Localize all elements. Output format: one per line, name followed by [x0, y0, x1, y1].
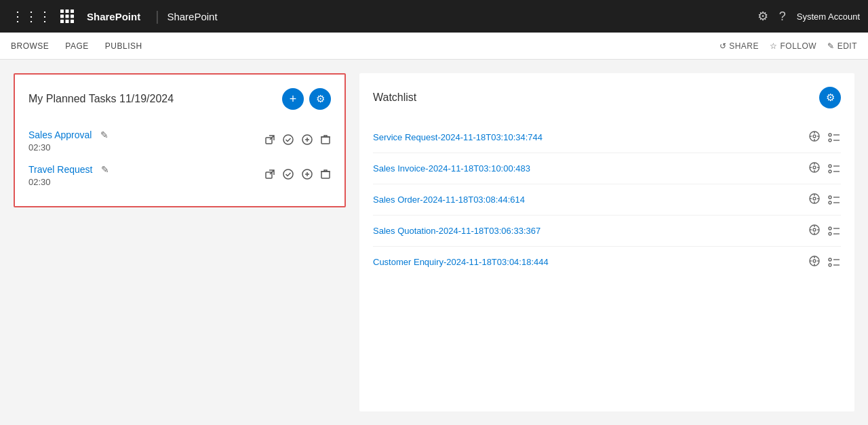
task-info: Sales Approval ✎ 02:30 [28, 129, 259, 153]
edit-label: EDIT [837, 41, 857, 51]
toolbar: BROWSE PAGE PUBLISH ↺ SHARE ☆ FOLLOW ✎ E… [0, 33, 868, 60]
watchlist-settings-button[interactable]: ⚙ [819, 87, 841, 108]
external-link-icon[interactable] [264, 169, 275, 182]
watchlist-menu-icon[interactable] [827, 257, 841, 268]
watchlist-pin-icon[interactable] [808, 255, 821, 269]
app-launcher-icon[interactable] [60, 9, 75, 24]
toolbar-browse[interactable]: BROWSE [11, 41, 49, 51]
svg-rect-0 [60, 9, 64, 13]
task-widget: My Planned Tasks 11/19/2024 + ⚙ Sales Ap… [14, 73, 346, 207]
task-time: 02:30 [28, 142, 259, 153]
checkmark-icon[interactable] [282, 168, 294, 183]
watchlist-header: Watchlist ⚙ [373, 87, 841, 108]
share-button[interactable]: ↺ SHARE [719, 41, 759, 51]
svg-point-45 [829, 201, 831, 204]
watchlist-pin-icon[interactable] [808, 161, 821, 176]
watchlist-title: Watchlist [373, 92, 416, 104]
watchlist-pin-icon[interactable] [808, 130, 821, 144]
follow-label: FOLLOW [780, 41, 816, 51]
svg-rect-12 [321, 137, 330, 144]
widget-header: My Planned Tasks 11/19/2024 + ⚙ [28, 88, 331, 110]
brand-name[interactable]: SharePoint [80, 11, 147, 22]
watchlist-item-actions [808, 255, 841, 269]
add-circle-icon[interactable] [301, 168, 313, 183]
help-icon[interactable]: ? [779, 9, 786, 24]
task-name-link[interactable]: Travel Request [28, 164, 92, 175]
svg-rect-5 [71, 15, 74, 18]
checkmark-icon[interactable] [282, 134, 294, 148]
svg-rect-2 [71, 9, 74, 13]
nav-right: ⚙ ? System Account [757, 9, 860, 24]
watchlist-item-actions [808, 130, 841, 144]
watchlist-panel: Watchlist ⚙ Service Request-2024-11-18T0… [359, 73, 854, 411]
task-actions [264, 134, 331, 148]
share-label: SHARE [729, 41, 759, 51]
task-actions [264, 168, 331, 183]
follow-button[interactable]: ☆ FOLLOW [770, 41, 816, 51]
watchlist-item-actions [808, 224, 841, 238]
watchlist-menu-icon[interactable] [827, 226, 841, 237]
svg-point-18 [813, 135, 816, 138]
watchlist-menu-icon[interactable] [827, 132, 841, 143]
svg-rect-6 [60, 20, 64, 23]
watchlist-item-actions [808, 193, 841, 207]
toolbar-publish[interactable]: PUBLISH [105, 41, 142, 51]
watchlist-menu-icon[interactable] [827, 163, 841, 174]
svg-point-33 [829, 165, 831, 167]
watchlist-item-actions [808, 161, 841, 176]
task-name-link[interactable]: Sales Approval [28, 129, 92, 140]
watchlist-item-link[interactable]: Service Request-2024-11-18T03:10:34:744 [373, 132, 808, 142]
delete-icon[interactable] [320, 169, 331, 182]
edit-icon: ✎ [827, 41, 835, 51]
svg-point-23 [829, 134, 831, 136]
watchlist-item-link[interactable]: Sales Order-2024-11-18T03:08:44:614 [373, 195, 808, 205]
svg-rect-7 [66, 20, 69, 23]
nav-separator: | [155, 9, 159, 24]
svg-point-58 [813, 260, 816, 262]
external-link-icon[interactable] [264, 134, 275, 147]
edit-button[interactable]: ✎ EDIT [827, 41, 857, 51]
svg-point-55 [829, 232, 831, 235]
svg-point-65 [829, 264, 831, 266]
watchlist-item-link[interactable]: Customer Enquiry-2024-11-18T03:04:18:444 [373, 257, 808, 267]
svg-rect-1 [66, 9, 69, 13]
add-task-button[interactable]: + [282, 88, 304, 110]
widget-actions: + ⚙ [282, 88, 331, 110]
add-circle-icon[interactable] [301, 134, 313, 148]
svg-point-10 [283, 135, 293, 144]
left-panel: My Planned Tasks 11/19/2024 + ⚙ Sales Ap… [14, 73, 346, 411]
user-account[interactable]: System Account [797, 12, 860, 22]
watchlist-item-link[interactable]: Sales Quotation-2024-11-18T03:06:33:367 [373, 226, 808, 236]
watchlist-item: Sales Order-2024-11-18T03:08:44:614 [373, 184, 841, 216]
svg-point-25 [829, 139, 831, 142]
toolbar-right-actions: ↺ SHARE ☆ FOLLOW ✎ EDIT [719, 41, 857, 51]
task-edit-icon[interactable]: ✎ [101, 164, 109, 175]
task-item: Travel Request ✎ 02:30 [28, 158, 331, 193]
task-item: Sales Approval ✎ 02:30 [28, 123, 331, 158]
svg-point-53 [829, 227, 831, 230]
top-navigation: ⋮⋮⋮ SharePoint | SharePoint ⚙ ? System A… [0, 0, 868, 33]
task-info: Travel Request ✎ 02:30 [28, 163, 259, 187]
svg-rect-4 [66, 15, 69, 18]
task-edit-icon[interactable]: ✎ [100, 129, 108, 140]
waffle-icon[interactable]: ⋮⋮⋮ [8, 5, 54, 27]
follow-icon: ☆ [770, 41, 778, 51]
svg-rect-3 [60, 15, 64, 18]
watchlist-menu-icon[interactable] [827, 195, 841, 205]
toolbar-page[interactable]: PAGE [65, 41, 88, 51]
watchlist-pin-icon[interactable] [808, 224, 821, 238]
svg-rect-16 [321, 171, 330, 178]
delete-icon[interactable] [320, 134, 331, 148]
watchlist-item: Service Request-2024-11-18T03:10:34:744 [373, 122, 841, 153]
task-settings-button[interactable]: ⚙ [309, 88, 331, 110]
watchlist-pin-icon[interactable] [808, 193, 821, 207]
watchlist-item: Customer Enquiry-2024-11-18T03:04:18:444 [373, 247, 841, 277]
svg-point-48 [813, 228, 816, 231]
site-title[interactable]: SharePoint [167, 11, 217, 22]
share-icon: ↺ [719, 41, 727, 51]
svg-point-63 [829, 258, 831, 261]
task-time: 02:30 [28, 177, 259, 187]
settings-icon[interactable]: ⚙ [757, 9, 768, 24]
watchlist-item: Sales Invoice-2024-11-18T03:10:00:483 [373, 153, 841, 184]
watchlist-item-link[interactable]: Sales Invoice-2024-11-18T03:10:00:483 [373, 163, 808, 174]
